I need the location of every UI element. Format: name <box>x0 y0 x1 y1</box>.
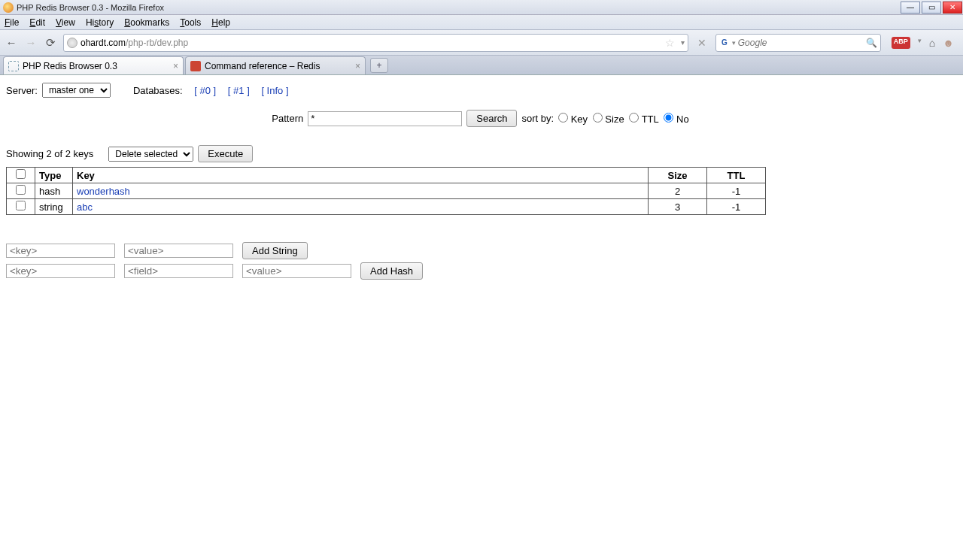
page-content: Server: master one Databases: [ #0 ] [ #… <box>0 75 963 287</box>
url-path: /php-rb/dev.php <box>126 38 188 48</box>
maximize-button[interactable]: ▭ <box>922 2 941 14</box>
forward-button[interactable]: → <box>24 36 38 50</box>
menu-tools[interactable]: Tools <box>180 17 201 28</box>
db-link-info[interactable]: [ Info ] <box>261 85 288 96</box>
sortby-label: sort by: <box>521 113 554 124</box>
search-button[interactable]: Search <box>466 110 517 127</box>
bulk-action-select[interactable]: Delete selected <box>108 147 193 162</box>
menu-history[interactable]: History <box>86 17 114 28</box>
tab-close-icon[interactable]: × <box>355 61 360 71</box>
tab-label: PHP Redis Browser 0.3 <box>23 61 117 71</box>
tab-strip: PHP Redis Browser 0.3 × Command referenc… <box>0 56 963 75</box>
pattern-label: Pattern <box>272 113 303 124</box>
window-titlebar: PHP Redis Browser 0.3 - Mozilla Firefox … <box>0 0 963 15</box>
sort-ttl-radio[interactable] <box>629 113 639 123</box>
showing-text: Showing 2 of 2 keys <box>6 148 93 159</box>
add-hash-row: Add Hash <box>6 262 957 280</box>
search-input[interactable] <box>738 38 866 48</box>
url-dropdown-icon[interactable]: ▾ <box>678 38 685 47</box>
table-row: string abc 3 -1 <box>7 199 766 215</box>
menu-help[interactable]: Help <box>211 17 230 28</box>
menu-view[interactable]: View <box>56 17 75 28</box>
bookmark-star-icon[interactable]: ☆ <box>662 37 678 49</box>
col-type: Type <box>35 168 73 183</box>
sort-key-radio[interactable] <box>558 113 568 123</box>
pattern-row: Pattern Search sort by: Key Size TTL No <box>6 110 957 127</box>
add-hash-value-input[interactable] <box>242 264 351 278</box>
search-go-icon[interactable]: 🔍 <box>866 38 877 48</box>
home-icon[interactable]: ⌂ <box>929 37 935 49</box>
select-all-checkbox[interactable] <box>16 169 26 179</box>
cell-type: hash <box>35 183 73 199</box>
abp-icon[interactable]: ABP <box>892 37 910 49</box>
col-ttl: TTL <box>707 168 766 183</box>
row-checkbox[interactable] <box>16 201 26 210</box>
greasemonkey-icon[interactable]: ☻ <box>943 37 954 49</box>
url-domain: ohardt.com <box>81 38 126 48</box>
pattern-input[interactable] <box>308 111 462 126</box>
add-string-row: Add String <box>6 242 957 259</box>
showing-row: Showing 2 of 2 keys Delete selected Exec… <box>6 145 957 162</box>
minimize-button[interactable]: — <box>901 2 920 14</box>
add-hash-key-input[interactable] <box>6 264 115 278</box>
stop-button[interactable]: ✕ <box>694 37 709 49</box>
db-link-1[interactable]: [ #1 ] <box>228 85 250 96</box>
menu-bookmarks[interactable]: Bookmarks <box>124 17 169 28</box>
server-row: Server: master one Databases: [ #0 ] [ #… <box>6 83 957 98</box>
db-link-0[interactable]: [ #0 ] <box>194 85 216 96</box>
menu-file[interactable]: File <box>5 17 19 28</box>
cell-size: 2 <box>649 183 707 199</box>
add-hash-field-input[interactable] <box>124 264 233 278</box>
key-link[interactable]: abc <box>77 201 93 213</box>
cell-ttl: -1 <box>707 199 766 215</box>
key-link[interactable]: wonderhash <box>77 186 130 197</box>
execute-button[interactable]: Execute <box>198 145 253 162</box>
tab-label: Command reference – Redis <box>205 61 320 71</box>
menu-bar: File Edit View History Bookmarks Tools H… <box>0 15 963 30</box>
sort-size-radio[interactable] <box>593 113 603 123</box>
close-button[interactable]: ✕ <box>943 2 962 14</box>
tab-icon <box>190 61 201 71</box>
window-controls: — ▭ ✕ <box>900 0 963 15</box>
tab-active[interactable]: PHP Redis Browser 0.3 × <box>3 56 184 74</box>
server-select[interactable]: master one <box>42 83 111 98</box>
sort-no-radio[interactable] <box>664 113 673 123</box>
add-forms: Add String Add Hash <box>6 242 957 280</box>
sort-options: Key Size TTL No <box>558 113 691 125</box>
cell-ttl: -1 <box>707 183 766 199</box>
google-icon: G <box>719 38 730 48</box>
search-bar[interactable]: G ▾ 🔍 <box>715 34 881 52</box>
toolbar-right-icons: ABP ▾ ⌂ ☻ <box>887 37 958 49</box>
col-key: Key <box>73 168 649 183</box>
menu-edit[interactable]: Edit <box>29 17 45 28</box>
site-identity-icon <box>67 38 77 48</box>
tab-icon <box>8 61 19 71</box>
keys-table: Type Key Size TTL hash wonderhash 2 -1 s… <box>6 167 766 215</box>
nav-toolbar: ← → ⟳ ohardt.com/php-rb/dev.php ☆ ▾ ✕ G … <box>0 30 963 56</box>
tab-inactive[interactable]: Command reference – Redis × <box>185 56 366 74</box>
table-row: hash wonderhash 2 -1 <box>7 183 766 199</box>
add-string-button[interactable]: Add String <box>242 242 308 259</box>
add-string-value-input[interactable] <box>124 244 233 258</box>
add-string-key-input[interactable] <box>6 244 115 258</box>
reload-button[interactable]: ⟳ <box>44 36 57 50</box>
tab-close-icon[interactable]: × <box>173 61 178 71</box>
cell-type: string <box>35 199 73 215</box>
window-title: PHP Redis Browser 0.3 - Mozilla Firefox <box>17 3 164 12</box>
databases-label: Databases: <box>133 85 183 96</box>
new-tab-button[interactable]: + <box>370 58 388 73</box>
col-size: Size <box>649 168 707 183</box>
table-header-row: Type Key Size TTL <box>7 168 766 183</box>
url-bar[interactable]: ohardt.com/php-rb/dev.php ☆ ▾ <box>63 34 688 52</box>
row-checkbox[interactable] <box>16 185 26 195</box>
firefox-icon <box>3 2 14 13</box>
server-label: Server: <box>6 85 38 96</box>
add-hash-button[interactable]: Add Hash <box>360 262 423 280</box>
back-button[interactable]: ← <box>5 36 18 50</box>
cell-size: 3 <box>649 199 707 215</box>
